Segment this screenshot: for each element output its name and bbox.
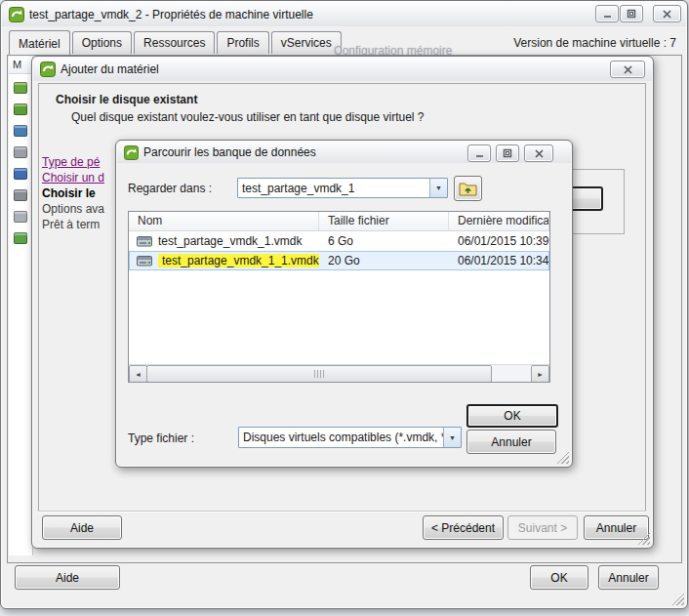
look-in-select[interactable]: test_partage_vmdk_1 ▼ xyxy=(237,178,448,198)
table-row[interactable]: test_partage_vmdk_1.vmdk 6 Go 06/01/2015… xyxy=(129,231,549,251)
wizard-help-button[interactable]: Aide xyxy=(42,515,122,540)
main-titlebar[interactable]: test_partage_vmdk_2 - Propriétés de mach… xyxy=(2,2,686,26)
wizard-step[interactable]: Prêt à term xyxy=(42,217,104,232)
vsphere-app-icon xyxy=(40,62,56,77)
file-name: test_partage_vmdk_1_1.vmdk xyxy=(158,254,319,267)
wizard-next-button[interactable]: Suivant > xyxy=(507,515,578,540)
file-type-label: Type fichier : xyxy=(128,431,194,445)
scsi-controller-icon xyxy=(14,168,27,180)
wizard-resize-grip[interactable] xyxy=(638,533,650,545)
main-help-button[interactable]: Aide xyxy=(15,565,120,590)
restore-button[interactable] xyxy=(620,5,643,22)
vmci-device-icon xyxy=(14,146,27,158)
main-ok-button[interactable]: OK xyxy=(530,565,588,590)
wizard-titlebar[interactable]: Ajouter du matériel xyxy=(33,58,652,81)
vmdk-file-icon xyxy=(129,255,158,267)
window-title: test_partage_vmdk_2 - Propriétés de mach… xyxy=(29,8,313,21)
dialog-title: Parcourir les banque de données xyxy=(143,145,316,159)
file-list-header: Nom Taille fichier Dernière modificat xyxy=(129,212,549,231)
file-modified: 06/01/2015 10:34:2 xyxy=(449,254,549,267)
tab[interactable]: vServices xyxy=(271,31,342,54)
wizard-step[interactable]: Choisir le xyxy=(42,185,104,201)
vsphere-app-icon xyxy=(124,145,139,160)
wizard-step-subheading: Quel disque existant voulez-vous utilise… xyxy=(71,110,425,124)
file-name: test_partage_vmdk_1.vmdk xyxy=(158,234,302,248)
minimize-button[interactable] xyxy=(467,144,491,162)
wizard-step[interactable]: Options ava xyxy=(42,201,104,217)
network-adapter-icon xyxy=(14,232,27,244)
tab[interactable]: Options xyxy=(72,31,132,54)
dialog-title: Ajouter du matériel xyxy=(61,62,159,76)
file-type-select[interactable]: Disques virtuels compatibles (*.vmdk, *.… xyxy=(238,427,462,448)
memory-icon xyxy=(14,82,27,94)
chevron-down-icon[interactable]: ▼ xyxy=(443,428,461,447)
hardware-column-header: M xyxy=(9,57,32,74)
up-one-level-button[interactable] xyxy=(454,176,482,201)
vsphere-app-icon xyxy=(9,7,24,22)
column-header-name[interactable]: Nom xyxy=(129,212,319,230)
hardware-list-panel[interactable]: M xyxy=(9,57,33,555)
tab[interactable]: Ressources xyxy=(134,31,215,54)
chevron-down-icon[interactable]: ▼ xyxy=(429,179,447,197)
file-type-value: Disques virtuels compatibles (*.vmdk, *.… xyxy=(239,431,443,444)
tab[interactable]: Matériel xyxy=(9,30,70,55)
cpu-icon xyxy=(14,103,27,115)
scroll-left-icon[interactable]: ◄ xyxy=(129,365,147,383)
vm-version-label: Version de machine virtuelle : 7 xyxy=(513,36,676,50)
browse-datastore-dialog: Parcourir les banque de données Regarder… xyxy=(115,140,573,468)
file-size: 20 Go xyxy=(319,254,449,267)
browse-resize-grip[interactable] xyxy=(557,452,569,464)
file-size: 6 Go xyxy=(319,234,449,248)
separator xyxy=(38,511,646,512)
look-in-value: test_partage_vmdk_1 xyxy=(238,182,429,195)
tab[interactable]: Profils xyxy=(217,31,268,54)
wizard-steps-nav: Type de pé Choisir un d Choisir le Optio… xyxy=(42,154,104,232)
hard-disk-icon xyxy=(14,189,27,201)
scroll-right-icon[interactable]: ► xyxy=(531,365,549,383)
close-button[interactable] xyxy=(653,5,681,22)
column-header-modified[interactable]: Dernière modificat xyxy=(449,212,549,230)
browse-ok-button[interactable]: OK xyxy=(466,404,558,428)
wizard-step[interactable]: Type de pé xyxy=(42,154,104,170)
main-resize-grip[interactable] xyxy=(672,594,684,605)
main-cancel-button[interactable]: Annuler xyxy=(598,565,659,590)
look-in-label: Regarder dans : xyxy=(128,182,212,195)
vmdk-file-icon xyxy=(129,235,158,247)
tab-strip: Matériel Options Ressources Profils vSer… xyxy=(9,30,344,54)
close-button[interactable] xyxy=(524,144,553,162)
browse-cancel-button[interactable]: Annuler xyxy=(466,430,556,454)
video-card-icon xyxy=(14,125,27,137)
minimize-button[interactable] xyxy=(595,5,619,22)
file-modified: 06/01/2015 10:39:1 xyxy=(449,234,549,248)
wizard-step-heading: Choisir le disque existant xyxy=(56,93,197,106)
folder-up-icon xyxy=(459,182,477,196)
close-icon[interactable] xyxy=(610,61,645,78)
horizontal-scrollbar[interactable]: ◄ ► xyxy=(129,364,549,382)
restore-button[interactable] xyxy=(496,144,519,162)
wizard-back-button[interactable]: < Précédent xyxy=(423,515,504,540)
wizard-step[interactable]: Choisir un d xyxy=(42,170,104,185)
datastore-file-list[interactable]: Nom Taille fichier Dernière modificat te… xyxy=(128,211,550,383)
cd-dvd-icon xyxy=(14,211,27,223)
scrollbar-thumb[interactable] xyxy=(146,365,492,383)
column-header-size[interactable]: Taille fichier xyxy=(319,212,449,230)
table-row[interactable]: test_partage_vmdk_1_1.vmdk 20 Go 06/01/2… xyxy=(129,251,549,270)
